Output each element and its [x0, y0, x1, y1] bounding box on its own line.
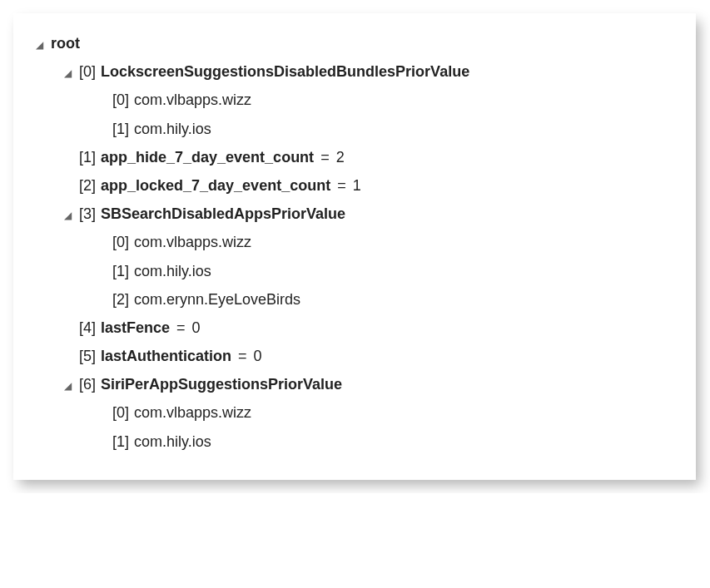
node-index: [0] — [79, 57, 96, 86]
equals-sign: = — [176, 314, 186, 342]
node-index: [6] — [79, 370, 96, 398]
tree-node-lockscreen-suggestions[interactable]: ◢ [0] LockscreenSuggestionsDisabledBundl… — [32, 57, 677, 86]
leaf-value: com.vlbapps.wizz — [134, 398, 251, 427]
tree-node-app-locked-count[interactable]: [2] app_locked_7_day_event_count = 1 — [32, 171, 677, 200]
leaf-index: [0] — [112, 228, 129, 256]
tree-leaf[interactable]: [1] com.hily.ios — [32, 427, 677, 456]
leaf-index: [2] — [112, 285, 129, 314]
tree-leaf[interactable]: [1] com.hily.ios — [32, 115, 677, 143]
leaf-value: com.erynn.EyeLoveBirds — [134, 285, 300, 314]
leaf-index: [0] — [112, 86, 129, 114]
chevron-down-icon[interactable]: ◢ — [61, 206, 74, 225]
leaf-value: com.hily.ios — [134, 115, 211, 143]
leaf-value: com.hily.ios — [134, 427, 211, 456]
node-value: 2 — [336, 143, 345, 171]
node-key: app_locked_7_day_event_count — [101, 171, 330, 200]
node-value: 0 — [192, 314, 201, 342]
equals-sign: = — [320, 143, 330, 171]
equals-sign: = — [238, 342, 247, 370]
tree-node-app-hide-count[interactable]: [1] app_hide_7_day_event_count = 2 — [32, 143, 677, 171]
tree-leaf[interactable]: [0] com.vlbapps.wizz — [32, 86, 677, 114]
node-key: SBSearchDisabledAppsPriorValue — [101, 200, 345, 228]
leaf-index: [1] — [112, 115, 129, 143]
node-key: app_hide_7_day_event_count — [101, 143, 314, 171]
tree-leaf[interactable]: [0] com.vlbapps.wizz — [32, 398, 677, 427]
tree-node-lastauth[interactable]: [5] lastAuthentication = 0 — [32, 342, 677, 370]
leaf-index: [0] — [112, 398, 129, 427]
leaf-value: com.vlbapps.wizz — [134, 228, 251, 256]
tree-leaf[interactable]: [0] com.vlbapps.wizz — [32, 228, 677, 256]
leaf-value: com.hily.ios — [134, 257, 211, 285]
node-index: [1] — [79, 143, 96, 171]
chevron-down-icon[interactable]: ◢ — [61, 377, 74, 396]
chevron-down-icon[interactable]: ◢ — [32, 36, 46, 55]
node-key: lastFence — [101, 314, 170, 342]
leaf-index: [1] — [112, 427, 129, 456]
node-index: [4] — [79, 314, 96, 342]
tree-node-siri-perapp[interactable]: ◢ [6] SiriPerAppSuggestionsPriorValue — [32, 370, 677, 398]
node-index: [5] — [79, 342, 96, 370]
tree-leaf[interactable]: [2] com.erynn.EyeLoveBirds — [32, 285, 677, 314]
node-key: LockscreenSuggestionsDisabledBundlesPrio… — [101, 57, 469, 86]
node-index: [3] — [79, 200, 96, 228]
tree-node-sbsearch-disabled[interactable]: ◢ [3] SBSearchDisabledAppsPriorValue — [32, 200, 677, 228]
node-value: 1 — [353, 171, 361, 200]
node-key: SiriPerAppSuggestionsPriorValue — [101, 370, 342, 398]
node-value: 0 — [254, 342, 262, 370]
tree-root-row[interactable]: ◢ root — [32, 29, 677, 57]
node-index: [2] — [79, 171, 96, 200]
equals-sign: = — [337, 171, 346, 200]
tree-node-lastfence[interactable]: [4] lastFence = 0 — [32, 314, 677, 342]
chevron-down-icon[interactable]: ◢ — [61, 64, 74, 83]
root-label: root — [51, 29, 80, 57]
leaf-value: com.vlbapps.wizz — [134, 86, 251, 114]
tree-panel: ◢ root ◢ [0] LockscreenSuggestionsDisabl… — [13, 13, 696, 480]
node-key: lastAuthentication — [101, 342, 231, 370]
leaf-index: [1] — [112, 257, 129, 285]
tree-leaf[interactable]: [1] com.hily.ios — [32, 257, 677, 285]
